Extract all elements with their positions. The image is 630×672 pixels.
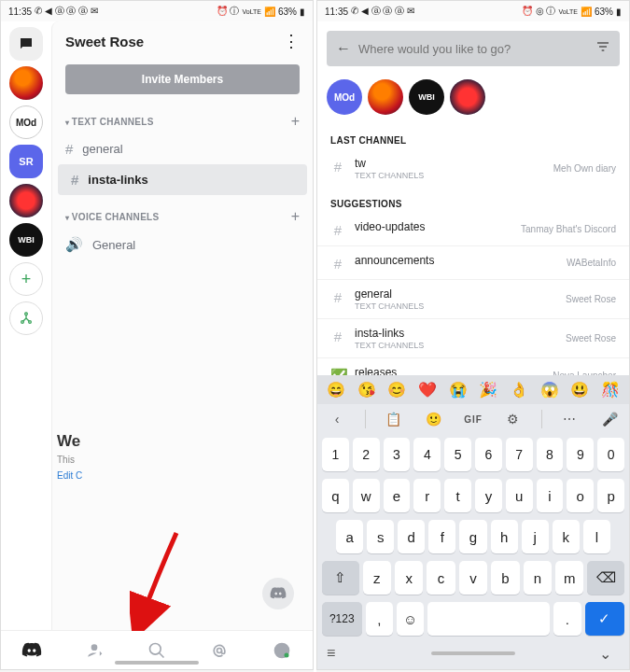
key-v[interactable]: v <box>459 561 487 595</box>
key-c[interactable]: c <box>427 561 455 595</box>
key-b[interactable]: b <box>491 561 519 595</box>
key-r[interactable]: r <box>413 479 441 512</box>
invite-button[interactable]: Invite Members <box>65 64 300 94</box>
key-h[interactable]: h <box>491 520 518 553</box>
emoji-key[interactable]: 😊 <box>387 381 406 399</box>
key-w[interactable]: w <box>353 479 380 512</box>
add-server-button[interactable]: + <box>9 262 43 296</box>
nav-discord-icon[interactable] <box>21 640 42 661</box>
status-bar: 11:35 ✆ ◀ ⓐ ⓐ ⓐ ✉ ⏰ ◎ ⓘ VoLTE 📶 63% ▮ <box>317 1 629 21</box>
key-o[interactable]: o <box>567 479 594 512</box>
server-mod[interactable]: MOd <box>9 105 43 139</box>
key-u[interactable]: u <box>506 479 533 512</box>
text-channels-label[interactable]: ▾ TEXT CHANNELS <box>65 117 154 127</box>
discord-fab[interactable] <box>262 578 294 609</box>
avatar-red[interactable] <box>450 79 485 115</box>
hide-keyboard-icon[interactable]: ⌄ <box>599 645 620 662</box>
key-j[interactable]: j <box>522 520 549 553</box>
key-a[interactable]: a <box>336 520 363 553</box>
edit-link[interactable]: Edit C <box>57 470 82 481</box>
backspace-key[interactable]: ⌫ <box>587 561 624 595</box>
collapse-icon[interactable]: ‹ <box>325 412 349 427</box>
emoji-key[interactable]: 👌 <box>510 381 528 399</box>
avatar-wbi[interactable]: WBI <box>409 79 444 115</box>
suggestion-item[interactable]: #announcementsWABetaInfo <box>317 248 629 277</box>
key-l[interactable]: l <box>583 520 610 553</box>
key-9[interactable]: 9 <box>567 438 594 471</box>
last-channel-entry[interactable]: # twTEXT CHANNELS Meh Own diary <box>317 151 629 186</box>
key-0[interactable]: 0 <box>597 438 624 471</box>
key-i[interactable]: i <box>537 479 564 512</box>
comma-key[interactable]: , <box>366 602 393 636</box>
more-icon[interactable]: ⋯ <box>557 412 581 427</box>
nav-profile-icon[interactable] <box>272 640 292 661</box>
enter-key[interactable]: ✓ <box>585 602 625 636</box>
more-icon[interactable]: ⋮ <box>283 33 300 49</box>
key-1[interactable]: 1 <box>322 438 349 471</box>
channel-general[interactable]: #general <box>52 133 313 164</box>
avatar-2[interactable] <box>368 79 403 115</box>
dm-icon[interactable] <box>9 27 43 61</box>
key-f[interactable]: f <box>428 520 455 553</box>
settings-icon[interactable]: ⚙ <box>501 412 525 427</box>
key-t[interactable]: t <box>444 479 471 512</box>
symbols-key[interactable]: ?123 <box>322 602 362 636</box>
add-text-channel-icon[interactable]: + <box>291 113 300 130</box>
emoji-key[interactable]: 😭 <box>449 381 468 399</box>
emoji-key[interactable]: 🎉 <box>479 381 497 399</box>
shift-key[interactable]: ⇧ <box>322 561 359 595</box>
key-e[interactable]: e <box>384 479 411 512</box>
nav-mentions-icon[interactable] <box>209 640 230 661</box>
add-voice-channel-icon[interactable]: + <box>291 208 300 225</box>
server-sr-selected[interactable]: SR <box>9 145 43 178</box>
key-4[interactable]: 4 <box>413 438 441 471</box>
emoji-key[interactable]: ❤️ <box>418 381 437 399</box>
sticker-icon[interactable]: 🙂 <box>421 412 445 427</box>
key-5[interactable]: 5 <box>444 438 471 471</box>
emoji-key[interactable]: 😄 <box>327 381 345 399</box>
key-6[interactable]: 6 <box>475 438 502 471</box>
key-8[interactable]: 8 <box>537 438 564 471</box>
gif-button[interactable]: GIF <box>461 414 485 425</box>
server-avatar-1[interactable] <box>9 66 43 100</box>
filter-icon[interactable] <box>595 39 610 58</box>
recent-apps-icon[interactable]: ≡ <box>327 645 347 662</box>
key-m[interactable]: m <box>555 561 583 595</box>
channel-insta-links[interactable]: #insta-links <box>58 164 307 195</box>
key-x[interactable]: x <box>395 561 423 595</box>
mic-icon[interactable]: 🎤 <box>597 412 622 427</box>
search-input[interactable] <box>358 42 588 56</box>
key-n[interactable]: n <box>524 561 552 595</box>
key-p[interactable]: p <box>597 479 624 512</box>
voice-general[interactable]: 🔊General <box>52 229 313 260</box>
key-3[interactable]: 3 <box>384 438 411 471</box>
server-wbi[interactable]: WBI <box>9 223 43 257</box>
key-y[interactable]: y <box>475 479 502 512</box>
discover-button[interactable] <box>9 301 43 335</box>
server-red[interactable] <box>9 184 43 217</box>
key-k[interactable]: k <box>553 520 580 553</box>
emoji-key[interactable]: 😃 <box>570 381 589 399</box>
back-icon[interactable]: ← <box>336 40 351 57</box>
key-q[interactable]: q <box>322 479 349 512</box>
space-key[interactable] <box>427 602 550 636</box>
avatar-mod[interactable]: MOd <box>327 79 362 115</box>
key-g[interactable]: g <box>459 520 486 553</box>
suggestion-item[interactable]: #generalTEXT CHANNELSSweet Rose <box>317 282 629 316</box>
suggestion-item[interactable]: #video-updatesTanmay Bhat's Discord <box>317 215 629 244</box>
nav-friends-icon[interactable] <box>84 640 105 661</box>
key-s[interactable]: s <box>367 520 394 553</box>
emoji-key[interactable]: 😱 <box>540 381 559 399</box>
key-7[interactable]: 7 <box>506 438 533 471</box>
period-key[interactable]: . <box>553 602 581 636</box>
emoji-key[interactable]: 🎊 <box>601 381 620 399</box>
voice-channels-label[interactable]: ▾ VOICE CHANNELS <box>65 212 159 222</box>
emoji-keyboard-key[interactable]: ☺ <box>397 602 424 636</box>
key-z[interactable]: z <box>363 561 391 595</box>
key-2[interactable]: 2 <box>353 438 380 471</box>
key-d[interactable]: d <box>398 520 425 553</box>
emoji-key[interactable]: 😘 <box>357 381 376 399</box>
suggestion-item[interactable]: #insta-linksTEXT CHANNELSSweet Rose <box>317 321 629 356</box>
nav-search-icon[interactable] <box>147 640 167 661</box>
clipboard-icon[interactable]: 📋 <box>382 412 406 427</box>
